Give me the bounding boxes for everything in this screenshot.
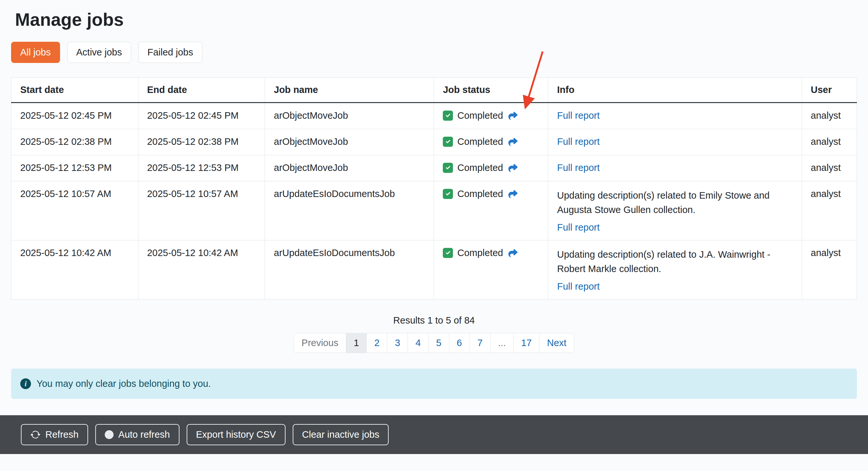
cell-job-name: arObjectMoveJob xyxy=(265,103,434,129)
cell-start-date: 2025-05-12 10:42 AM xyxy=(11,241,138,300)
share-arrow-icon[interactable] xyxy=(507,111,519,120)
table-header-row: Start date End date Job name Job status … xyxy=(11,77,857,103)
refresh-button[interactable]: Refresh xyxy=(21,424,88,445)
pagination-ellipsis: ... xyxy=(490,333,514,353)
pagination-previous[interactable]: Previous xyxy=(294,333,346,353)
cell-info: Updating description(s) related to J.A. … xyxy=(548,241,802,300)
cell-job-name: arObjectMoveJob xyxy=(265,129,434,155)
cell-user: analyst xyxy=(802,241,857,300)
cell-end-date: 2025-05-12 12:53 PM xyxy=(138,155,265,181)
auto-refresh-button[interactable]: Auto refresh xyxy=(95,424,180,445)
cell-job-status: Completed xyxy=(434,129,548,155)
cell-job-name: arUpdateEsIoDocumentsJob xyxy=(265,181,434,241)
cell-job-status: Completed xyxy=(434,103,548,129)
clear-inactive-jobs-button[interactable]: Clear inactive jobs xyxy=(293,424,389,445)
filter-active-jobs-button[interactable]: Active jobs xyxy=(67,42,131,63)
footer-toolbar: Refresh Auto refresh Export history CSV … xyxy=(0,415,868,454)
table-row: 2025-05-12 02:38 PM 2025-05-12 02:38 PM … xyxy=(11,129,857,155)
full-report-link[interactable]: Full report xyxy=(557,162,600,173)
check-square-icon xyxy=(443,137,453,147)
export-history-csv-button[interactable]: Export history CSV xyxy=(187,424,285,445)
main-content: Manage jobs All jobs Active jobs Failed … xyxy=(0,9,868,353)
pagination-page-2[interactable]: 2 xyxy=(367,333,388,353)
pagination: Previous 1 2 3 4 5 6 7 ... 17 Next xyxy=(11,333,857,353)
share-arrow-icon[interactable] xyxy=(507,189,519,199)
export-history-csv-label: Export history CSV xyxy=(196,429,276,440)
cell-start-date: 2025-05-12 12:53 PM xyxy=(11,155,138,181)
status-label: Completed xyxy=(457,136,503,147)
column-header-user: User xyxy=(802,77,857,103)
table-row: 2025-05-12 10:57 AM 2025-05-12 10:57 AM … xyxy=(11,181,857,241)
full-report-link[interactable]: Full report xyxy=(557,222,600,232)
cell-end-date: 2025-05-12 02:45 PM xyxy=(138,103,265,129)
column-header-start-date: Start date xyxy=(11,77,138,103)
column-header-info: Info xyxy=(548,77,802,103)
cell-user: analyst xyxy=(802,155,857,181)
full-report-link[interactable]: Full report xyxy=(557,136,600,147)
cell-end-date: 2025-05-12 10:42 AM xyxy=(138,241,265,300)
share-arrow-icon[interactable] xyxy=(507,137,519,147)
cell-start-date: 2025-05-12 10:57 AM xyxy=(11,181,138,241)
info-description: Updating description(s) related to Emily… xyxy=(557,189,793,217)
check-square-icon xyxy=(443,163,453,173)
cell-end-date: 2025-05-12 02:38 PM xyxy=(138,129,265,155)
cell-start-date: 2025-05-12 02:38 PM xyxy=(11,129,138,155)
results-summary: Results 1 to 5 of 84 xyxy=(11,315,857,326)
full-report-link[interactable]: Full report xyxy=(557,281,600,292)
cell-job-name: arObjectMoveJob xyxy=(265,155,434,181)
pagination-page-4[interactable]: 4 xyxy=(408,333,429,353)
full-report-link[interactable]: Full report xyxy=(557,110,600,121)
column-header-job-status: Job status xyxy=(434,77,548,103)
filter-all-jobs-button[interactable]: All jobs xyxy=(11,42,60,63)
pagination-page-5[interactable]: 5 xyxy=(428,333,449,353)
cell-end-date: 2025-05-12 10:57 AM xyxy=(138,181,265,241)
cell-user: analyst xyxy=(802,129,857,155)
refresh-icon xyxy=(30,430,40,440)
alert-text: You may only clear jobs belonging to you… xyxy=(36,378,211,389)
table-row: 2025-05-12 10:42 AM 2025-05-12 10:42 AM … xyxy=(11,241,857,300)
column-header-end-date: End date xyxy=(138,77,265,103)
filter-failed-jobs-button[interactable]: Failed jobs xyxy=(138,42,202,63)
record-circle-icon xyxy=(105,430,114,439)
cell-start-date: 2025-05-12 02:45 PM xyxy=(11,103,138,129)
check-square-icon xyxy=(443,111,453,121)
cell-info: Full report xyxy=(548,129,802,155)
share-arrow-icon[interactable] xyxy=(507,163,519,172)
status-label: Completed xyxy=(457,189,503,199)
cell-job-name: arUpdateEsIoDocumentsJob xyxy=(265,241,434,300)
pagination-page-7[interactable]: 7 xyxy=(470,333,491,353)
pagination-page-6[interactable]: 6 xyxy=(449,333,470,353)
table-row: 2025-05-12 02:45 PM 2025-05-12 02:45 PM … xyxy=(11,103,857,129)
cell-job-status: Completed xyxy=(434,241,548,300)
check-square-icon xyxy=(443,189,453,199)
pagination-next[interactable]: Next xyxy=(539,333,574,353)
info-description: Updating description(s) related to J.A. … xyxy=(557,248,793,276)
pagination-page-3[interactable]: 3 xyxy=(387,333,408,353)
cell-info: Updating description(s) related to Emily… xyxy=(548,181,802,241)
refresh-label: Refresh xyxy=(45,429,79,440)
auto-refresh-label: Auto refresh xyxy=(119,429,170,440)
pagination-page-17[interactable]: 17 xyxy=(513,333,539,353)
status-label: Completed xyxy=(457,110,503,121)
job-filter-buttons: All jobs Active jobs Failed jobs xyxy=(11,42,857,63)
status-label: Completed xyxy=(457,248,503,258)
page-title: Manage jobs xyxy=(15,9,857,30)
status-label: Completed xyxy=(457,162,503,173)
check-square-icon xyxy=(443,248,453,258)
clear-inactive-jobs-label: Clear inactive jobs xyxy=(302,429,379,440)
info-alert: You may only clear jobs belonging to you… xyxy=(11,369,857,399)
cell-job-status: Completed xyxy=(434,155,548,181)
column-header-job-name: Job name xyxy=(265,77,434,103)
pagination-page-1[interactable]: 1 xyxy=(346,333,367,353)
cell-user: analyst xyxy=(802,181,857,241)
cell-info: Full report xyxy=(548,155,802,181)
info-circle-icon xyxy=(20,378,31,389)
table-row: 2025-05-12 12:53 PM 2025-05-12 12:53 PM … xyxy=(11,155,857,181)
cell-job-status: Completed xyxy=(434,181,548,241)
jobs-table: Start date End date Job name Job status … xyxy=(11,77,857,300)
share-arrow-icon[interactable] xyxy=(507,249,519,258)
cell-user: analyst xyxy=(802,103,857,129)
cell-info: Full report xyxy=(548,103,802,129)
